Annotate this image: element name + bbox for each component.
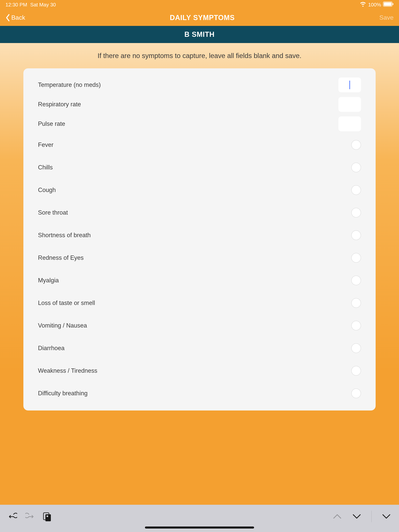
status-date: Sat May 30 bbox=[30, 2, 56, 8]
symptom-toggle[interactable] bbox=[351, 185, 361, 195]
page-title: DAILY SYMPTOMS bbox=[170, 14, 235, 22]
symptom-card: Temperature (no meds)Respiratory ratePul… bbox=[23, 68, 376, 411]
symptom-row: Redness of Eyes bbox=[38, 247, 361, 269]
next-field-button[interactable] bbox=[352, 512, 362, 521]
svg-rect-5 bbox=[46, 515, 48, 517]
svg-rect-2 bbox=[393, 3, 393, 5]
symptom-row: Cough bbox=[38, 179, 361, 201]
status-time: 12:30 PM bbox=[6, 2, 27, 8]
row-label: Weakness / Tiredness bbox=[38, 367, 97, 374]
toolbar-separator bbox=[371, 511, 372, 522]
row-label: Diarrhoea bbox=[38, 345, 64, 352]
row-label: Respiratory rate bbox=[38, 101, 81, 108]
symptom-toggle[interactable] bbox=[351, 276, 361, 285]
instruction-text: If there are no symptoms to capture, lea… bbox=[0, 43, 399, 68]
content: If there are no symptoms to capture, lea… bbox=[0, 43, 399, 505]
back-label: Back bbox=[11, 14, 25, 21]
symptom-toggle[interactable] bbox=[351, 253, 361, 263]
row-label: Fever bbox=[38, 141, 53, 148]
numeric-input[interactable] bbox=[338, 116, 361, 131]
symptom-row: Sore throat bbox=[38, 201, 361, 224]
row-label: Sore throat bbox=[38, 209, 68, 216]
row-label: Redness of Eyes bbox=[38, 254, 84, 261]
row-label: Vomiting / Nausea bbox=[38, 322, 87, 329]
row-label: Difficulty breathing bbox=[38, 390, 87, 397]
paste-button[interactable] bbox=[42, 512, 52, 521]
row-label: Cough bbox=[38, 187, 56, 194]
symptom-toggle[interactable] bbox=[351, 343, 361, 353]
symptom-row: Difficulty breathing bbox=[38, 382, 361, 405]
symptom-toggle[interactable] bbox=[351, 321, 361, 330]
numeric-input[interactable] bbox=[338, 97, 361, 112]
svg-rect-4 bbox=[45, 514, 51, 521]
battery-percent: 100% bbox=[368, 2, 381, 8]
symptom-toggle[interactable] bbox=[351, 366, 361, 376]
symptom-row: Loss of taste or smell bbox=[38, 292, 361, 314]
row-label: Shortness of breath bbox=[38, 232, 91, 239]
numeric-row: Respiratory rate bbox=[38, 95, 361, 114]
prev-field-button[interactable] bbox=[332, 512, 342, 521]
numeric-row: Pulse rate bbox=[38, 114, 361, 133]
chevron-left-icon bbox=[6, 14, 10, 22]
wifi-icon bbox=[360, 1, 366, 8]
symptom-row: Diarrhoea bbox=[38, 337, 361, 360]
battery-icon bbox=[383, 1, 393, 8]
status-left: 12:30 PM Sat May 30 bbox=[6, 2, 56, 8]
svg-rect-1 bbox=[384, 2, 392, 6]
symptom-toggle[interactable] bbox=[351, 208, 361, 217]
patient-name-bar: B SMITH bbox=[0, 26, 399, 43]
nav-bar: Back DAILY SYMPTOMS Save bbox=[0, 9, 399, 26]
numeric-input[interactable] bbox=[338, 77, 361, 92]
redo-button[interactable] bbox=[25, 512, 35, 521]
row-label: Chills bbox=[38, 164, 53, 171]
row-label: Pulse rate bbox=[38, 120, 65, 127]
symptom-toggle[interactable] bbox=[351, 163, 361, 172]
toolbar-left bbox=[8, 512, 52, 521]
patient-name: B SMITH bbox=[185, 30, 215, 38]
status-right: 100% bbox=[360, 1, 394, 8]
back-button[interactable]: Back bbox=[6, 14, 25, 22]
toolbar-right bbox=[332, 511, 391, 522]
symptom-toggle[interactable] bbox=[351, 140, 361, 150]
symptom-row: Chills bbox=[38, 156, 361, 179]
save-button[interactable]: Save bbox=[379, 14, 393, 21]
symptom-row: Weakness / Tiredness bbox=[38, 360, 361, 382]
symptom-row: Fever bbox=[38, 133, 361, 156]
status-bar: 12:30 PM Sat May 30 100% bbox=[0, 0, 399, 9]
row-label: Temperature (no meds) bbox=[38, 81, 101, 89]
row-label: Loss of taste or smell bbox=[38, 299, 95, 306]
symptom-row: Shortness of breath bbox=[38, 224, 361, 247]
row-label: Myalgia bbox=[38, 277, 59, 284]
home-indicator[interactable] bbox=[145, 526, 254, 528]
symptom-toggle[interactable] bbox=[351, 298, 361, 308]
symptom-toggle[interactable] bbox=[351, 230, 361, 240]
symptom-row: Vomiting / Nausea bbox=[38, 314, 361, 337]
numeric-row: Temperature (no meds) bbox=[38, 75, 361, 95]
symptom-toggle[interactable] bbox=[351, 388, 361, 398]
undo-button[interactable] bbox=[8, 512, 18, 521]
symptom-row: Myalgia bbox=[38, 269, 361, 292]
dismiss-keyboard-button[interactable] bbox=[381, 512, 391, 521]
